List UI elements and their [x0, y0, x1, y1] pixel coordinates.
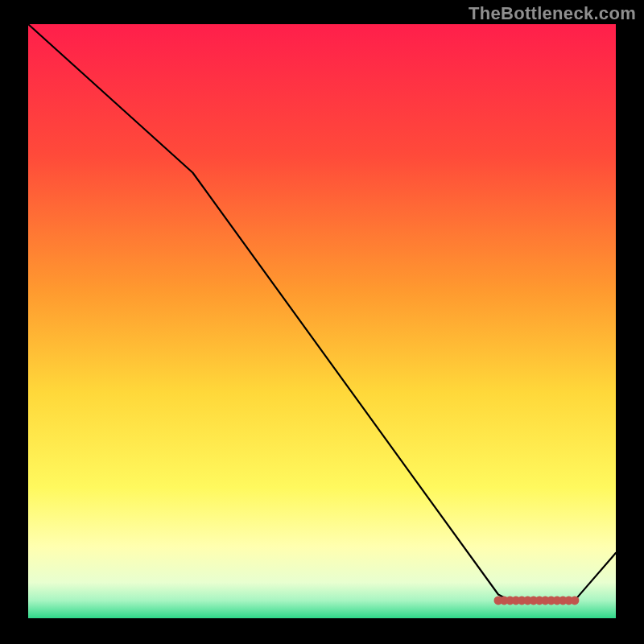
plot-background	[28, 24, 616, 618]
marker-dots-group	[494, 596, 580, 605]
marker-dot	[570, 596, 579, 605]
chart-canvas	[0, 0, 644, 644]
chart-frame: TheBottleneck.com	[0, 0, 644, 644]
